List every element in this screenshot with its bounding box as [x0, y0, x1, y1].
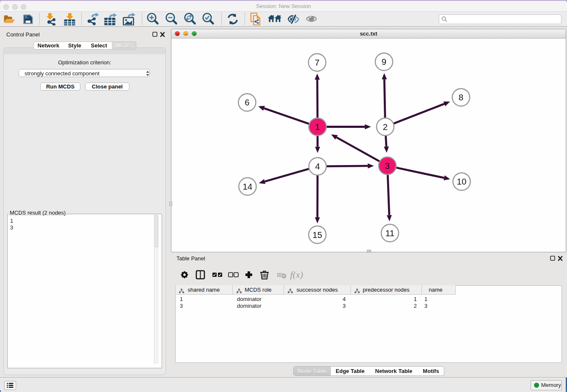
svg-text:11: 11	[385, 228, 394, 238]
svg-text:15: 15	[313, 230, 322, 240]
svg-text:2: 2	[383, 122, 388, 132]
svg-text:6: 6	[245, 97, 249, 107]
svg-text:8: 8	[459, 92, 463, 102]
svg-text:1: 1	[315, 122, 320, 132]
svg-text:7: 7	[315, 58, 319, 67]
svg-text:9: 9	[382, 57, 386, 66]
svg-text:f(x): f(x)	[290, 270, 303, 280]
svg-text:3: 3	[385, 161, 390, 171]
svg-text:4: 4	[315, 161, 320, 171]
svg-text:10: 10	[457, 177, 467, 186]
svg-text:14: 14	[243, 182, 253, 191]
